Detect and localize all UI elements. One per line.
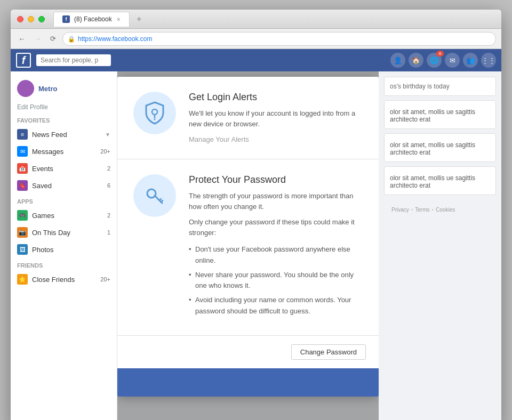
browser-toolbar: ← → ⟳ 🔒 (11, 29, 501, 49)
news-feed-arrow: ▼ (105, 132, 110, 138)
back-button[interactable]: ← (16, 33, 28, 45)
on-this-day-count: 1 (107, 229, 110, 236)
protect-password-title: Protect Your Password (189, 174, 363, 185)
sidebar-item-saved[interactable]: 🔖 Saved 6 (11, 177, 117, 194)
minimize-button[interactable] (28, 16, 34, 22)
shield-icon (142, 100, 167, 126)
sidebar-item-events[interactable]: 📅 Events 2 (11, 160, 117, 177)
browser-window: f (8) Facebook ✕ + ← → ⟳ 🔒 f 👤 🏠 🌐 (11, 10, 501, 420)
sidebar-profile: Metro (11, 76, 117, 101)
favorites-section-title: FAVORITES (11, 113, 117, 126)
saved-label: Saved (32, 182, 103, 190)
tab-close-icon[interactable]: ✕ (116, 17, 121, 22)
security-modal: Get Login Alerts We'll let you know if y… (117, 77, 379, 397)
sidebar-item-games[interactable]: 🎮 Games 2 (11, 207, 117, 224)
messages-icon-btn[interactable]: ✉ (445, 53, 460, 68)
manage-alerts-link[interactable]: Manage Your Alerts (189, 135, 249, 143)
reload-button[interactable]: ⟳ (48, 33, 58, 45)
sidebar-item-news-feed[interactable]: ≡ News Feed ▼ (11, 126, 117, 143)
on-this-day-icon: 📷 (17, 227, 28, 238)
login-alerts-section: Get Login Alerts We'll let you know if y… (117, 77, 379, 159)
friends-section-title: FRIENDS (11, 258, 117, 271)
sidebar-edit-profile[interactable]: Edit Profile (11, 101, 117, 113)
friend-requests-icon-btn[interactable]: 👥 (463, 53, 478, 68)
right-card-1-text: olor sit amet, mollis ue sagittis archit… (390, 108, 490, 123)
protect-password-sub-desc: Only change your password if these tips … (189, 217, 363, 238)
events-count: 2 (107, 165, 110, 172)
profile-icon-btn[interactable]: 👤 (390, 53, 405, 68)
sidebar-item-messages[interactable]: ✉ Messages 20+ (11, 143, 117, 160)
sidebar-item-photos[interactable]: 🖼 Photos (11, 241, 117, 258)
footer-privacy-link[interactable]: Privacy (391, 207, 409, 213)
address-bar[interactable] (62, 32, 496, 46)
on-this-day-label: On This Day (32, 229, 103, 237)
right-card-birthday: os's birthday is today (384, 77, 496, 96)
right-card-2-text: olor sit amet, mollis ue sagittis archit… (390, 141, 490, 156)
right-card-1: olor sit amet, mollis ue sagittis archit… (384, 100, 496, 129)
key-icon (142, 183, 167, 208)
events-icon: 📅 (17, 163, 28, 174)
bullet-2: Never share your password. You should be… (189, 270, 363, 292)
fb-topbar: f 👤 🏠 🌐 8 ✉ 👥 ⋮⋮ (11, 49, 501, 71)
sidebar-item-on-this-day[interactable]: 📷 On This Day 1 (11, 224, 117, 241)
traffic-lights (17, 16, 45, 22)
close-friends-label: Close Friends (32, 276, 96, 284)
fb-search-input[interactable] (36, 54, 111, 66)
fb-center: Get Login Alerts We'll let you know if y… (117, 71, 379, 420)
protect-password-content: Protect Your Password The strength of yo… (189, 174, 363, 320)
right-footer: Privacy • Terms • Cookies (384, 199, 496, 220)
messages-count: 20+ (100, 148, 110, 155)
avatar (17, 80, 34, 97)
saved-count: 6 (107, 182, 110, 189)
birthday-text: os's birthday is today (390, 83, 450, 90)
maximize-button[interactable] (38, 16, 45, 22)
games-count: 2 (107, 212, 110, 219)
news-feed-icon: ≡ (17, 129, 28, 140)
right-card-3: olor sit amet, mollis ue sagittis archit… (384, 166, 496, 195)
password-bullets: Don't use your Facebook password anywher… (189, 244, 363, 317)
notifications-badge: 8 (436, 51, 444, 56)
bullet-1: Don't use your Facebook password anywher… (189, 244, 363, 266)
active-tab[interactable]: f (8) Facebook ✕ (53, 12, 130, 27)
saved-icon: 🔖 (17, 180, 28, 191)
key-icon-circle (133, 174, 176, 217)
forward-button[interactable]: → (32, 33, 44, 45)
login-alerts-title: Get Login Alerts (189, 92, 363, 103)
fb-sidebar: Metro Edit Profile FAVORITES ≡ News Feed… (11, 71, 117, 420)
right-card-3-text: olor sit amet, mollis ue sagittis archit… (390, 174, 490, 189)
news-feed-label: News Feed (32, 131, 101, 139)
address-bar-wrapper: 🔒 (62, 32, 496, 46)
right-card-2: olor sit amet, mollis ue sagittis archit… (384, 133, 496, 162)
tab-favicon: f (62, 15, 70, 23)
settings-icon-btn[interactable]: ⋮⋮ (481, 53, 496, 68)
tab-title: (8) Facebook (74, 15, 112, 23)
home-icon-btn[interactable]: 🏠 (409, 53, 423, 68)
games-label: Games (32, 212, 103, 220)
protect-password-section: Protect Your Password The strength of yo… (117, 159, 379, 336)
sidebar-item-close-friends[interactable]: ⭐ Close Friends 20+ (11, 271, 117, 288)
footer-links: Privacy • Terms • Cookies (388, 204, 492, 216)
close-button[interactable] (17, 16, 23, 22)
footer-cookies-link[interactable]: Cookies (436, 207, 455, 213)
login-alerts-desc: We'll let you know if your account is lo… (189, 108, 363, 129)
sidebar-username: Metro (38, 85, 57, 93)
protect-password-desc: The strength of your password is more im… (189, 191, 363, 212)
apps-section-title: APPS (11, 194, 117, 207)
modal-footer: Change Password (117, 336, 379, 368)
footer-terms-link[interactable]: Terms (415, 207, 429, 213)
modal-blue-section (117, 368, 379, 397)
new-tab-button[interactable]: + (134, 14, 145, 25)
photos-label: Photos (32, 246, 110, 254)
svg-line-6 (161, 200, 163, 202)
fb-right-sidebar: os's birthday is today olor sit amet, mo… (379, 71, 501, 420)
events-label: Events (32, 165, 103, 173)
photos-icon: 🖼 (17, 244, 28, 255)
messages-label: Messages (32, 148, 96, 156)
lock-icon: 🔒 (68, 35, 75, 42)
notifications-icon-btn[interactable]: 🌐 8 (427, 53, 442, 68)
svg-line-5 (159, 199, 161, 200)
svg-point-0 (152, 109, 157, 115)
change-password-button[interactable]: Change Password (291, 344, 366, 360)
bullet-3: Avoid including your name or common word… (189, 295, 363, 317)
modal-overlay: Get Login Alerts We'll let you know if y… (117, 71, 379, 420)
